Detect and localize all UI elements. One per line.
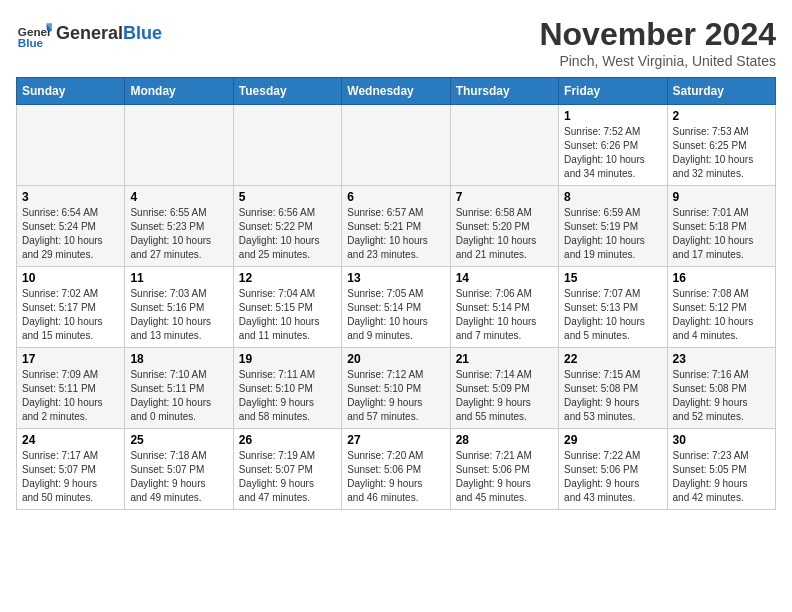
day-info: Sunrise: 7:09 AM Sunset: 5:11 PM Dayligh… bbox=[22, 368, 119, 424]
weekday-header-tuesday: Tuesday bbox=[233, 78, 341, 105]
calendar-cell: 9Sunrise: 7:01 AM Sunset: 5:18 PM Daylig… bbox=[667, 186, 775, 267]
calendar-cell: 18Sunrise: 7:10 AM Sunset: 5:11 PM Dayli… bbox=[125, 348, 233, 429]
day-info: Sunrise: 7:11 AM Sunset: 5:10 PM Dayligh… bbox=[239, 368, 336, 424]
calendar-cell: 10Sunrise: 7:02 AM Sunset: 5:17 PM Dayli… bbox=[17, 267, 125, 348]
day-number: 21 bbox=[456, 352, 553, 366]
day-number: 28 bbox=[456, 433, 553, 447]
day-info: Sunrise: 7:52 AM Sunset: 6:26 PM Dayligh… bbox=[564, 125, 661, 181]
day-info: Sunrise: 7:01 AM Sunset: 5:18 PM Dayligh… bbox=[673, 206, 770, 262]
day-info: Sunrise: 7:05 AM Sunset: 5:14 PM Dayligh… bbox=[347, 287, 444, 343]
weekday-header-wednesday: Wednesday bbox=[342, 78, 450, 105]
day-number: 19 bbox=[239, 352, 336, 366]
calendar-week-row: 1Sunrise: 7:52 AM Sunset: 6:26 PM Daylig… bbox=[17, 105, 776, 186]
day-info: Sunrise: 7:14 AM Sunset: 5:09 PM Dayligh… bbox=[456, 368, 553, 424]
calendar-cell: 6Sunrise: 6:57 AM Sunset: 5:21 PM Daylig… bbox=[342, 186, 450, 267]
day-number: 2 bbox=[673, 109, 770, 123]
day-info: Sunrise: 7:23 AM Sunset: 5:05 PM Dayligh… bbox=[673, 449, 770, 505]
weekday-header-row: SundayMondayTuesdayWednesdayThursdayFrid… bbox=[17, 78, 776, 105]
calendar-cell: 24Sunrise: 7:17 AM Sunset: 5:07 PM Dayli… bbox=[17, 429, 125, 510]
day-info: Sunrise: 6:54 AM Sunset: 5:24 PM Dayligh… bbox=[22, 206, 119, 262]
calendar-cell: 20Sunrise: 7:12 AM Sunset: 5:10 PM Dayli… bbox=[342, 348, 450, 429]
logo: General Blue GeneralBlue bbox=[16, 16, 162, 52]
day-number: 11 bbox=[130, 271, 227, 285]
day-info: Sunrise: 7:07 AM Sunset: 5:13 PM Dayligh… bbox=[564, 287, 661, 343]
day-number: 30 bbox=[673, 433, 770, 447]
day-info: Sunrise: 7:15 AM Sunset: 5:08 PM Dayligh… bbox=[564, 368, 661, 424]
calendar-cell: 4Sunrise: 6:55 AM Sunset: 5:23 PM Daylig… bbox=[125, 186, 233, 267]
weekday-header-monday: Monday bbox=[125, 78, 233, 105]
day-number: 8 bbox=[564, 190, 661, 204]
day-info: Sunrise: 6:58 AM Sunset: 5:20 PM Dayligh… bbox=[456, 206, 553, 262]
day-info: Sunrise: 7:53 AM Sunset: 6:25 PM Dayligh… bbox=[673, 125, 770, 181]
day-info: Sunrise: 7:19 AM Sunset: 5:07 PM Dayligh… bbox=[239, 449, 336, 505]
calendar-cell: 7Sunrise: 6:58 AM Sunset: 5:20 PM Daylig… bbox=[450, 186, 558, 267]
day-info: Sunrise: 7:12 AM Sunset: 5:10 PM Dayligh… bbox=[347, 368, 444, 424]
calendar-cell: 13Sunrise: 7:05 AM Sunset: 5:14 PM Dayli… bbox=[342, 267, 450, 348]
day-number: 29 bbox=[564, 433, 661, 447]
page-header: General Blue GeneralBlue November 2024 P… bbox=[16, 16, 776, 69]
day-info: Sunrise: 7:22 AM Sunset: 5:06 PM Dayligh… bbox=[564, 449, 661, 505]
day-number: 7 bbox=[456, 190, 553, 204]
day-number: 23 bbox=[673, 352, 770, 366]
calendar-cell bbox=[233, 105, 341, 186]
day-number: 20 bbox=[347, 352, 444, 366]
weekday-header-sunday: Sunday bbox=[17, 78, 125, 105]
day-number: 13 bbox=[347, 271, 444, 285]
calendar-cell: 17Sunrise: 7:09 AM Sunset: 5:11 PM Dayli… bbox=[17, 348, 125, 429]
day-number: 17 bbox=[22, 352, 119, 366]
calendar-cell: 22Sunrise: 7:15 AM Sunset: 5:08 PM Dayli… bbox=[559, 348, 667, 429]
day-info: Sunrise: 6:59 AM Sunset: 5:19 PM Dayligh… bbox=[564, 206, 661, 262]
calendar-cell: 26Sunrise: 7:19 AM Sunset: 5:07 PM Dayli… bbox=[233, 429, 341, 510]
calendar-cell: 2Sunrise: 7:53 AM Sunset: 6:25 PM Daylig… bbox=[667, 105, 775, 186]
day-info: Sunrise: 6:55 AM Sunset: 5:23 PM Dayligh… bbox=[130, 206, 227, 262]
calendar-cell: 23Sunrise: 7:16 AM Sunset: 5:08 PM Dayli… bbox=[667, 348, 775, 429]
calendar-cell: 15Sunrise: 7:07 AM Sunset: 5:13 PM Dayli… bbox=[559, 267, 667, 348]
calendar-cell bbox=[17, 105, 125, 186]
calendar-cell bbox=[125, 105, 233, 186]
logo-icon: General Blue bbox=[16, 16, 52, 52]
calendar-cell: 16Sunrise: 7:08 AM Sunset: 5:12 PM Dayli… bbox=[667, 267, 775, 348]
day-info: Sunrise: 7:20 AM Sunset: 5:06 PM Dayligh… bbox=[347, 449, 444, 505]
calendar-cell: 28Sunrise: 7:21 AM Sunset: 5:06 PM Dayli… bbox=[450, 429, 558, 510]
day-info: Sunrise: 7:16 AM Sunset: 5:08 PM Dayligh… bbox=[673, 368, 770, 424]
location-subtitle: Pinch, West Virginia, United States bbox=[539, 53, 776, 69]
day-number: 3 bbox=[22, 190, 119, 204]
logo-blue-text: Blue bbox=[123, 23, 162, 43]
day-number: 15 bbox=[564, 271, 661, 285]
calendar-week-row: 24Sunrise: 7:17 AM Sunset: 5:07 PM Dayli… bbox=[17, 429, 776, 510]
month-title: November 2024 bbox=[539, 16, 776, 53]
calendar-cell: 5Sunrise: 6:56 AM Sunset: 5:22 PM Daylig… bbox=[233, 186, 341, 267]
day-number: 1 bbox=[564, 109, 661, 123]
calendar-cell: 30Sunrise: 7:23 AM Sunset: 5:05 PM Dayli… bbox=[667, 429, 775, 510]
day-number: 27 bbox=[347, 433, 444, 447]
day-info: Sunrise: 7:18 AM Sunset: 5:07 PM Dayligh… bbox=[130, 449, 227, 505]
day-number: 18 bbox=[130, 352, 227, 366]
calendar-cell: 19Sunrise: 7:11 AM Sunset: 5:10 PM Dayli… bbox=[233, 348, 341, 429]
day-number: 24 bbox=[22, 433, 119, 447]
calendar-cell: 8Sunrise: 6:59 AM Sunset: 5:19 PM Daylig… bbox=[559, 186, 667, 267]
day-info: Sunrise: 7:06 AM Sunset: 5:14 PM Dayligh… bbox=[456, 287, 553, 343]
day-number: 22 bbox=[564, 352, 661, 366]
calendar-cell: 3Sunrise: 6:54 AM Sunset: 5:24 PM Daylig… bbox=[17, 186, 125, 267]
calendar-week-row: 17Sunrise: 7:09 AM Sunset: 5:11 PM Dayli… bbox=[17, 348, 776, 429]
day-number: 9 bbox=[673, 190, 770, 204]
day-number: 6 bbox=[347, 190, 444, 204]
title-area: November 2024 Pinch, West Virginia, Unit… bbox=[539, 16, 776, 69]
calendar-cell: 27Sunrise: 7:20 AM Sunset: 5:06 PM Dayli… bbox=[342, 429, 450, 510]
day-info: Sunrise: 6:57 AM Sunset: 5:21 PM Dayligh… bbox=[347, 206, 444, 262]
logo-general-text: General bbox=[56, 23, 123, 43]
calendar-cell: 21Sunrise: 7:14 AM Sunset: 5:09 PM Dayli… bbox=[450, 348, 558, 429]
day-info: Sunrise: 7:08 AM Sunset: 5:12 PM Dayligh… bbox=[673, 287, 770, 343]
calendar-cell: 12Sunrise: 7:04 AM Sunset: 5:15 PM Dayli… bbox=[233, 267, 341, 348]
calendar-cell: 14Sunrise: 7:06 AM Sunset: 5:14 PM Dayli… bbox=[450, 267, 558, 348]
calendar-week-row: 10Sunrise: 7:02 AM Sunset: 5:17 PM Dayli… bbox=[17, 267, 776, 348]
day-number: 16 bbox=[673, 271, 770, 285]
day-info: Sunrise: 7:03 AM Sunset: 5:16 PM Dayligh… bbox=[130, 287, 227, 343]
calendar-cell bbox=[342, 105, 450, 186]
day-number: 5 bbox=[239, 190, 336, 204]
weekday-header-friday: Friday bbox=[559, 78, 667, 105]
weekday-header-saturday: Saturday bbox=[667, 78, 775, 105]
day-info: Sunrise: 7:10 AM Sunset: 5:11 PM Dayligh… bbox=[130, 368, 227, 424]
weekday-header-thursday: Thursday bbox=[450, 78, 558, 105]
calendar-cell: 1Sunrise: 7:52 AM Sunset: 6:26 PM Daylig… bbox=[559, 105, 667, 186]
